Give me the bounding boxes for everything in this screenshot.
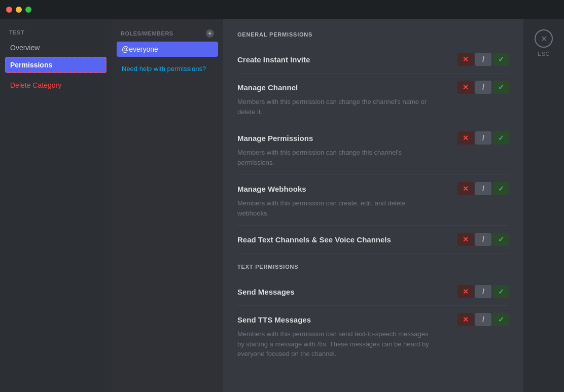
allow-btn-read-text-channels[interactable]: ✓ bbox=[493, 233, 509, 246]
sidebar-item-delete-category[interactable]: Delete Category bbox=[5, 77, 107, 93]
permission-create-instant-invite: Create Instant Invite ✕ / ✓ bbox=[237, 46, 509, 74]
permission-name-send-messages: Send Messages bbox=[237, 288, 295, 296]
permission-manage-channel: Manage Channel ✕ / ✓ Members with this p… bbox=[237, 74, 509, 124]
sidebar-item-overview[interactable]: Overview bbox=[5, 40, 107, 56]
deny-btn-manage-channel[interactable]: ✕ bbox=[457, 81, 474, 94]
neutral-btn-read-text-channels[interactable]: / bbox=[475, 233, 491, 246]
esc-panel: ✕ ESC bbox=[523, 19, 564, 392]
permission-desc-manage-permissions: Members with this permission can change … bbox=[237, 148, 430, 167]
permission-name-manage-webhooks: Manage Webhooks bbox=[237, 185, 306, 193]
title-bar bbox=[0, 0, 564, 19]
allow-btn-manage-channel[interactable]: ✓ bbox=[493, 81, 509, 94]
deny-btn-read-text-channels[interactable]: ✕ bbox=[457, 233, 474, 246]
permission-manage-permissions: Manage Permissions ✕ / ✓ Members with th… bbox=[237, 124, 509, 175]
permission-controls-manage-webhooks: ✕ / ✓ bbox=[457, 182, 509, 195]
permission-desc-send-tts-messages: Members with this permission can send te… bbox=[237, 329, 430, 359]
traffic-light-close[interactable] bbox=[6, 7, 12, 13]
neutral-btn-manage-permissions[interactable]: / bbox=[475, 131, 491, 145]
permission-name-send-tts-messages: Send TTS Messages bbox=[237, 315, 311, 324]
right-panel: GENERAL PERMISSIONS Create Instant Invit… bbox=[223, 19, 523, 392]
permission-desc-manage-channel: Members with this permission can change … bbox=[237, 97, 430, 117]
permission-send-messages: Send Messages ✕ / ✓ bbox=[237, 278, 509, 306]
traffic-light-minimize[interactable] bbox=[16, 7, 22, 13]
allow-btn-manage-webhooks[interactable]: ✓ bbox=[493, 182, 509, 195]
permission-desc-manage-webhooks: Members with this permission can create,… bbox=[237, 198, 430, 218]
permission-name-read-text-channels: Read Text Channels & See Voice Channels bbox=[237, 235, 391, 244]
traffic-light-fullscreen[interactable] bbox=[25, 7, 31, 13]
permission-controls-send-tts-messages: ✕ / ✓ bbox=[457, 313, 509, 326]
traffic-lights bbox=[6, 7, 31, 13]
permission-manage-webhooks: Manage Webhooks ✕ / ✓ Members with this … bbox=[237, 175, 509, 226]
deny-btn-create-instant-invite[interactable]: ✕ bbox=[457, 53, 474, 66]
allow-btn-send-messages[interactable]: ✓ bbox=[493, 285, 509, 298]
permission-read-text-channels: Read Text Channels & See Voice Channels … bbox=[237, 226, 509, 254]
neutral-btn-manage-channel[interactable]: / bbox=[475, 81, 491, 94]
main-layout: TEST Overview Permissions Delete Categor… bbox=[0, 19, 564, 392]
role-everyone[interactable]: @everyone bbox=[117, 42, 218, 57]
sidebar-section-title: TEST bbox=[5, 29, 107, 35]
middle-panel: ROLES/MEMBERS + @everyone Need help with… bbox=[112, 19, 223, 392]
esc-label: ESC bbox=[538, 51, 550, 57]
deny-btn-send-messages[interactable]: ✕ bbox=[457, 285, 474, 298]
sidebar-item-permissions[interactable]: Permissions bbox=[5, 57, 107, 73]
permission-controls-read-text-channels: ✕ / ✓ bbox=[457, 233, 509, 246]
neutral-btn-create-instant-invite[interactable]: / bbox=[475, 53, 491, 66]
allow-btn-create-instant-invite[interactable]: ✓ bbox=[493, 53, 509, 66]
deny-btn-manage-webhooks[interactable]: ✕ bbox=[457, 182, 474, 195]
neutral-btn-manage-webhooks[interactable]: / bbox=[475, 182, 491, 195]
roles-members-title: ROLES/MEMBERS + bbox=[117, 29, 218, 38]
permission-controls-send-messages: ✕ / ✓ bbox=[457, 285, 509, 298]
deny-btn-send-tts-messages[interactable]: ✕ bbox=[457, 313, 474, 326]
neutral-btn-send-messages[interactable]: / bbox=[475, 285, 491, 298]
permission-name-manage-permissions: Manage Permissions bbox=[237, 134, 313, 142]
permission-send-tts-messages: Send TTS Messages ✕ / ✓ Members with thi… bbox=[237, 306, 509, 366]
add-role-button[interactable]: + bbox=[206, 29, 214, 38]
close-button[interactable]: ✕ bbox=[535, 29, 553, 48]
deny-btn-manage-permissions[interactable]: ✕ bbox=[457, 131, 474, 145]
neutral-btn-send-tts-messages[interactable]: / bbox=[475, 313, 491, 326]
text-permissions-title: TEXT PERMISSIONS bbox=[237, 264, 509, 270]
allow-btn-manage-permissions[interactable]: ✓ bbox=[493, 131, 509, 145]
permission-name-create-instant-invite: Create Instant Invite bbox=[237, 55, 310, 64]
permission-name-manage-channel: Manage Channel bbox=[237, 83, 298, 92]
left-sidebar: TEST Overview Permissions Delete Categor… bbox=[0, 19, 112, 392]
permission-controls-create-instant-invite: ✕ / ✓ bbox=[457, 53, 509, 66]
permission-controls-manage-permissions: ✕ / ✓ bbox=[457, 131, 509, 145]
allow-btn-send-tts-messages[interactable]: ✓ bbox=[493, 313, 509, 326]
help-permissions-link[interactable]: Need help with permissions? bbox=[117, 61, 218, 77]
permission-controls-manage-channel: ✕ / ✓ bbox=[457, 81, 509, 94]
general-permissions-title: GENERAL PERMISSIONS bbox=[237, 31, 509, 38]
